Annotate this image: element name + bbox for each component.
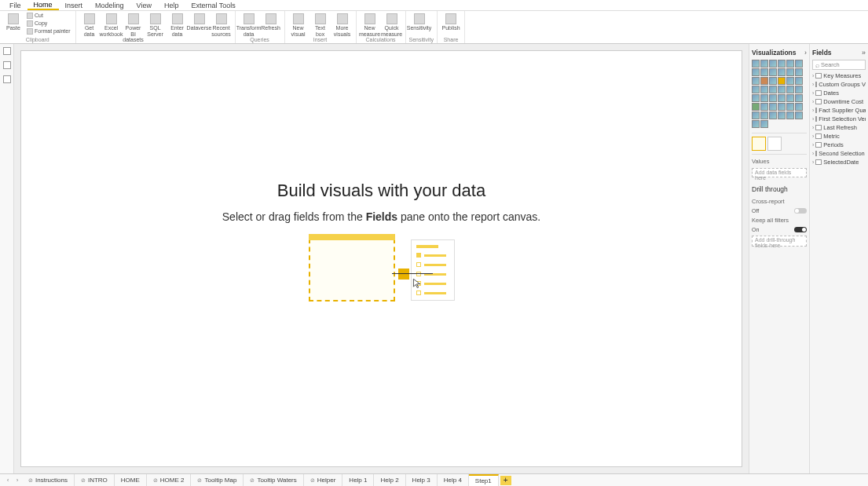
viz-type-0[interactable] <box>752 60 760 68</box>
ribbon-copy-button[interactable]: Copy <box>25 20 72 27</box>
field-table-first-selection-vendor[interactable]: ›First Selection Vendor <box>812 115 866 123</box>
data-view-icon[interactable] <box>3 61 11 69</box>
ribbon-paste-button[interactable]: Paste <box>3 12 24 31</box>
menu-file[interactable]: File <box>3 2 27 9</box>
viz-type-40[interactable] <box>786 111 794 119</box>
viz-type-38[interactable] <box>769 111 777 119</box>
cross-report-toggle[interactable] <box>794 208 807 214</box>
viz-type-5[interactable] <box>795 60 803 68</box>
viz-type-19[interactable] <box>760 86 768 93</box>
ribbon-new-visual-button[interactable]: New visual <box>288 12 309 37</box>
viz-type-25[interactable] <box>760 94 768 102</box>
ribbon-text-box-button[interactable]: Text box <box>310 12 331 37</box>
field-table-periods[interactable]: ›Periods <box>812 141 866 149</box>
field-table-key-measures[interactable]: ›Key Measures <box>812 71 866 80</box>
viz-type-2[interactable] <box>769 60 777 68</box>
viz-type-17[interactable] <box>795 77 803 85</box>
viz-type-6[interactable] <box>752 68 760 76</box>
viz-type-9[interactable] <box>778 68 786 76</box>
tabs-prev-icon[interactable]: ‹ <box>3 477 13 484</box>
menu-insert[interactable]: Insert <box>59 2 90 9</box>
viz-type-30[interactable] <box>752 103 760 111</box>
viz-type-26[interactable] <box>769 94 777 102</box>
viz-type-1[interactable] <box>760 60 768 68</box>
viz-type-21[interactable] <box>778 86 786 93</box>
viz-type-37[interactable] <box>760 111 768 119</box>
ribbon-sensitivity-button[interactable]: Sensitivity <box>409 12 430 31</box>
report-canvas[interactable]: Build visuals with your data Select or d… <box>20 50 742 467</box>
viz-type-27[interactable] <box>778 94 786 102</box>
page-tab-instructions[interactable]: ⊘Instructions <box>22 474 75 486</box>
field-table-dates[interactable]: ›Dates <box>812 89 866 97</box>
ribbon-dataverse-button[interactable]: Dataverse <box>189 12 210 31</box>
viz-panel-title[interactable]: Visualizations› <box>752 47 807 58</box>
model-view-icon[interactable] <box>3 75 11 83</box>
field-table-fact-supplier-quality[interactable]: ›Fact Supplier Quality <box>812 106 866 115</box>
field-table-metric[interactable]: ›Metric <box>812 132 866 141</box>
viz-type-8[interactable] <box>769 68 777 76</box>
viz-type-15[interactable] <box>778 77 786 85</box>
viz-type-35[interactable] <box>795 103 803 111</box>
page-tab-tooltip-map[interactable]: ⊘Tooltip Map <box>191 474 244 486</box>
fields-tab-icon[interactable] <box>752 137 766 151</box>
page-tab-helper[interactable]: ⊘Helper <box>304 474 343 486</box>
menu-home[interactable]: Home <box>27 1 59 10</box>
page-tab-tooltip-waters[interactable]: ⊘Tooltip Waters <box>244 474 303 486</box>
viz-type-10[interactable] <box>786 68 794 76</box>
keep-all-toggle[interactable] <box>794 227 807 232</box>
tabs-next-icon[interactable]: › <box>13 477 22 484</box>
ribbon-enter-data-button[interactable]: Enter data <box>167 12 188 37</box>
viz-type-11[interactable] <box>795 68 803 76</box>
viz-type-42[interactable] <box>752 120 760 128</box>
menu-view[interactable]: View <box>130 2 158 9</box>
format-tab-icon[interactable] <box>767 137 782 151</box>
ribbon-get-data-button[interactable]: Get data <box>79 12 100 37</box>
viz-type-12[interactable] <box>752 77 760 85</box>
page-tab-help-3[interactable]: Help 3 <box>406 474 438 486</box>
ribbon-format-painter-button[interactable]: Format painter <box>25 27 72 35</box>
viz-type-34[interactable] <box>786 103 794 111</box>
viz-type-14[interactable] <box>769 77 777 85</box>
field-table-custom-groups-vendor[interactable]: ›Custom Groups Vendor <box>812 80 866 89</box>
viz-type-22[interactable] <box>786 86 794 93</box>
menu-help[interactable]: Help <box>158 2 185 9</box>
viz-type-7[interactable] <box>760 68 768 76</box>
viz-type-24[interactable] <box>752 94 760 102</box>
drill-dropzone[interactable]: Add drill-through fields here <box>752 236 807 247</box>
field-table-last-refresh[interactable]: ›Last Refresh <box>812 123 866 132</box>
ribbon-recent-sources-button[interactable]: Recent sources <box>211 12 232 37</box>
ribbon-transform-data-button[interactable]: Transform data <box>239 12 259 37</box>
field-table-selecteddate[interactable]: ›SelectedDate <box>812 158 866 166</box>
viz-type-33[interactable] <box>778 103 786 111</box>
viz-type-29[interactable] <box>795 94 803 102</box>
viz-type-20[interactable] <box>769 86 777 93</box>
ribbon-refresh-button[interactable]: Refresh <box>261 12 281 31</box>
ribbon-more-visuals-button[interactable]: More visuals <box>332 12 353 37</box>
menu-external-tools[interactable]: External Tools <box>185 2 241 9</box>
ribbon-cut-button[interactable]: Cut <box>25 12 72 20</box>
viz-type-32[interactable] <box>769 103 777 111</box>
ribbon-sql-server-button[interactable]: SQL Server <box>145 12 166 37</box>
page-tab-home[interactable]: HOME <box>115 474 147 486</box>
values-dropzone[interactable]: Add data fields here <box>752 168 807 177</box>
page-tab-home-2[interactable]: ⊘HOME 2 <box>147 474 192 486</box>
viz-type-28[interactable] <box>786 94 794 102</box>
menu-modeling[interactable]: Modeling <box>89 2 130 9</box>
field-table-downtime-cost[interactable]: ›Downtime Cost <box>812 97 866 106</box>
viz-type-4[interactable] <box>786 60 794 68</box>
viz-type-23[interactable] <box>795 86 803 93</box>
viz-type-13[interactable] <box>760 77 768 85</box>
viz-type-36[interactable] <box>752 111 760 119</box>
ribbon-power-bi-datasets-button[interactable]: Power BI datasets <box>123 12 144 43</box>
fields-search-input[interactable]: Search <box>812 60 866 70</box>
viz-type-3[interactable] <box>778 60 786 68</box>
ribbon-new-measure-button[interactable]: New measure <box>360 12 380 37</box>
page-tab-intro[interactable]: ⊘INTRO <box>75 474 115 486</box>
field-table-second-selection-vendor[interactable]: ›Second Selection Vendor <box>812 149 866 158</box>
page-tab-help-1[interactable]: Help 1 <box>342 474 374 486</box>
fields-panel-title[interactable]: Fields» <box>812 47 866 58</box>
ribbon-quick-measure-button[interactable]: Quick measure <box>382 12 402 37</box>
viz-type-41[interactable] <box>795 111 803 119</box>
viz-type-18[interactable] <box>752 86 760 93</box>
report-view-icon[interactable] <box>3 47 11 55</box>
